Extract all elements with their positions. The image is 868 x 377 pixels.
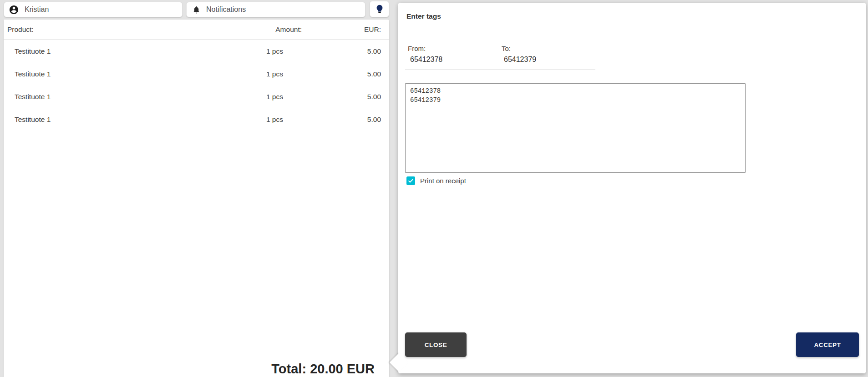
bell-icon: [192, 5, 201, 14]
receipt-header-row: Product: Amount: EUR:: [4, 20, 389, 40]
receipt-panel: Product: Amount: EUR: Testituote 11 pcs5…: [4, 20, 389, 377]
user-bar[interactable]: Kristian: [4, 2, 183, 17]
cell-eur: 5.00: [302, 70, 389, 78]
account-circle-icon: [9, 5, 19, 15]
header-eur: EUR:: [302, 25, 389, 34]
from-label: From:: [408, 45, 499, 52]
cell-eur: 5.00: [302, 116, 389, 124]
tags-textarea[interactable]: 65412378 65412379: [405, 83, 746, 173]
fields-underline: [405, 70, 595, 70]
cell-product: Testituote 1: [4, 116, 247, 124]
dialog-title: Enter tags: [406, 12, 441, 20]
notifications-bar[interactable]: Notifications: [186, 2, 365, 17]
print-on-receipt-checkbox[interactable]: [406, 176, 415, 185]
print-on-receipt-option[interactable]: Print on receipt: [406, 176, 466, 185]
cell-product: Testituote 1: [4, 47, 247, 55]
accept-button[interactable]: ACCEPT: [796, 332, 859, 357]
notifications-label: Notifications: [206, 5, 246, 14]
from-field-group: From:: [408, 45, 499, 64]
cell-product: Testituote 1: [4, 70, 247, 78]
from-input[interactable]: [408, 55, 499, 64]
user-name-label: Kristian: [25, 5, 49, 14]
cell-amount: 1 pcs: [247, 93, 302, 101]
lightbulb-button[interactable]: [370, 1, 389, 17]
header-amount: Amount:: [247, 25, 302, 34]
total-label: Total: 20.00 EUR: [271, 362, 375, 377]
lightbulb-icon: [375, 4, 385, 14]
to-label: To:: [502, 45, 593, 52]
checkmark-icon: [407, 177, 414, 184]
enter-tags-dialog: Enter tags From: To: 65412378 65412379 P…: [398, 3, 866, 373]
to-input[interactable]: [502, 55, 593, 64]
table-row[interactable]: Testituote 11 pcs5.00: [4, 85, 389, 108]
receipt-rows: Testituote 11 pcs5.00Testituote 11 pcs5.…: [4, 40, 389, 131]
table-row[interactable]: Testituote 11 pcs5.00: [4, 40, 389, 63]
table-row[interactable]: Testituote 11 pcs5.00: [4, 63, 389, 85]
cell-amount: 1 pcs: [247, 47, 302, 55]
cell-eur: 5.00: [302, 93, 389, 101]
close-button[interactable]: CLOSE: [405, 332, 467, 357]
table-row[interactable]: Testituote 11 pcs5.00: [4, 108, 389, 131]
to-field-group: To:: [502, 45, 593, 64]
print-on-receipt-label: Print on receipt: [420, 177, 466, 185]
cell-amount: 1 pcs: [247, 70, 302, 78]
header-product: Product:: [4, 25, 247, 34]
cell-eur: 5.00: [302, 47, 389, 55]
cell-product: Testituote 1: [4, 93, 247, 101]
cell-amount: 1 pcs: [247, 116, 302, 124]
